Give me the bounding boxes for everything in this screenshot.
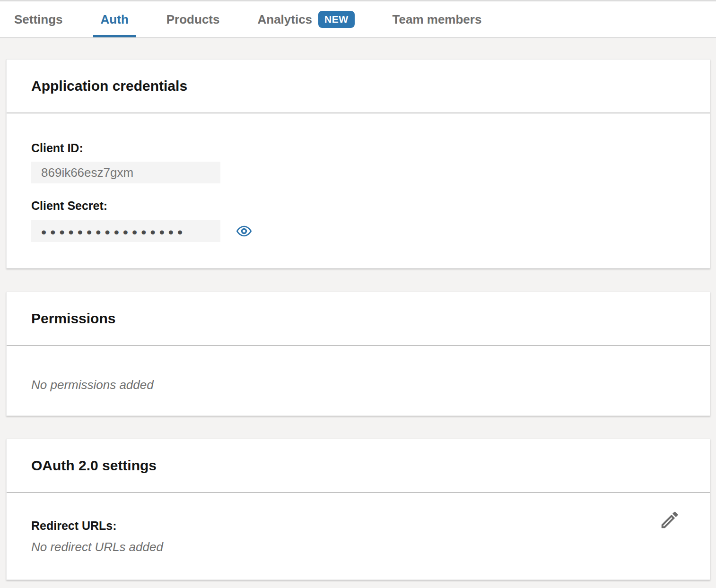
page-content: Application credentials Client ID: 869ik… (0, 38, 716, 580)
tab-team-members[interactable]: Team members (393, 1, 482, 37)
pencil-icon (659, 509, 681, 531)
application-credentials-header: Application credentials (7, 60, 710, 113)
client-secret-field[interactable]: •••••••••••••••• (31, 220, 220, 242)
client-secret-masked-value: •••••••••••••••• (41, 223, 186, 240)
redirect-urls-label: Redirect URLs: (31, 519, 653, 533)
tab-analytics-label: Analytics (257, 12, 312, 27)
redirect-urls-empty-text: No redirect URLs added (31, 539, 653, 554)
new-badge: NEW (318, 11, 355, 28)
oauth-settings-title: OAuth 2.0 settings (31, 458, 157, 474)
tab-auth-label: Auth (101, 12, 129, 27)
application-credentials-title: Application credentials (31, 78, 187, 94)
permissions-card: Permissions No permissions added (6, 292, 710, 416)
client-id-label: Client ID: (31, 141, 685, 155)
tab-team-members-label: Team members (393, 12, 482, 27)
client-id-field[interactable]: 869ik66esz7gxm (31, 162, 220, 183)
application-credentials-card: Application credentials Client ID: 869ik… (6, 59, 710, 268)
tab-bar: Settings Auth Products Analytics NEW Tea… (0, 0, 716, 38)
permissions-title: Permissions (31, 311, 115, 327)
client-id-value: 869ik66esz7gxm (41, 165, 133, 180)
client-secret-row: •••••••••••••••• (31, 220, 685, 242)
oauth-settings-header: OAuth 2.0 settings (7, 439, 710, 493)
edit-redirect-urls-button[interactable] (659, 509, 681, 531)
tab-settings-label: Settings (14, 12, 63, 27)
tab-settings[interactable]: Settings (14, 1, 63, 37)
application-credentials-body: Client ID: 869ik66esz7gxm Client Secret:… (7, 113, 710, 268)
permissions-body: No permissions added (7, 346, 710, 415)
tab-auth[interactable]: Auth (101, 1, 129, 37)
permissions-header: Permissions (7, 292, 710, 346)
oauth-settings-card: OAuth 2.0 settings Redirect URLs: No red… (6, 439, 710, 580)
client-secret-label: Client Secret: (31, 199, 685, 213)
oauth-settings-body: Redirect URLs: No redirect URLs added (7, 493, 710, 579)
reveal-secret-button[interactable] (236, 224, 252, 239)
tab-products-label: Products (166, 12, 220, 27)
tab-analytics[interactable]: Analytics NEW (257, 1, 354, 37)
tab-products[interactable]: Products (166, 1, 220, 37)
eye-icon (236, 224, 252, 239)
permissions-empty-text: No permissions added (31, 377, 685, 392)
